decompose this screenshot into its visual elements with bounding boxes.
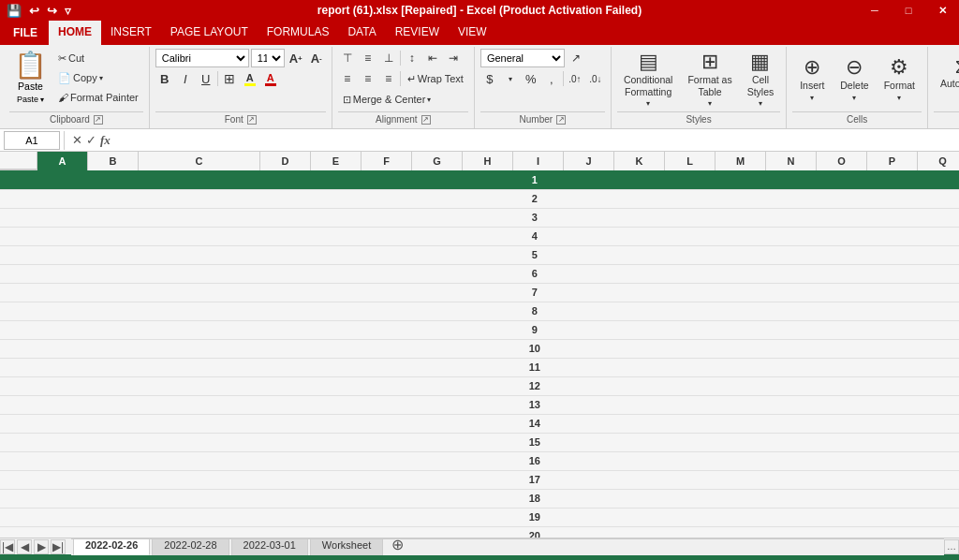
col-header-G[interactable]: G — [412, 152, 463, 170]
formula-input[interactable] — [118, 131, 955, 150]
row-num-15[interactable]: 15 — [0, 433, 959, 451]
sheet-navigation[interactable]: |◀ ◀ ▶ ▶| — [0, 539, 66, 554]
percent-button[interactable]: % — [522, 69, 540, 88]
tab-view[interactable]: VIEW — [449, 21, 496, 45]
col-header-H[interactable]: H — [463, 152, 513, 170]
row-num-20[interactable]: 20 — [0, 526, 959, 538]
sheet-tab-2[interactable]: 2022-02-28 — [152, 538, 229, 555]
format-painter-button[interactable]: 🖌 Format Painter — [53, 88, 143, 107]
underline-button[interactable]: U — [197, 69, 215, 88]
row-num-4[interactable]: 4 — [0, 227, 959, 245]
col-header-Q[interactable]: Q — [918, 152, 959, 170]
paste-button[interactable]: 📋 Paste — [9, 49, 52, 92]
row-num-2[interactable]: 2 — [0, 189, 959, 208]
format-button[interactable]: ⚙ Format ▾ — [878, 49, 922, 111]
cell-styles-button[interactable]: ▦ CellStyles ▾ — [741, 49, 781, 111]
col-header-O[interactable]: O — [817, 152, 867, 170]
file-menu-button[interactable]: FILE — [2, 21, 49, 45]
borders-button[interactable]: ⊞ — [220, 69, 239, 88]
font-family-select[interactable]: Calibri — [155, 49, 249, 67]
number-format-select[interactable]: General Number Currency Date Time Text — [480, 49, 565, 67]
save-icon[interactable]: 💾 — [4, 3, 24, 19]
redo-icon[interactable]: ↪ — [44, 3, 60, 19]
indent-increase-button[interactable]: ⇥ — [444, 49, 463, 67]
wrap-text-button[interactable]: ↵ Wrap Text — [403, 69, 468, 88]
row-num-11[interactable]: 11 — [0, 358, 959, 376]
row-num-16[interactable]: 16 — [0, 451, 959, 470]
align-right-button[interactable]: ≡ — [379, 69, 398, 88]
confirm-formula-button[interactable]: ✓ — [86, 133, 96, 147]
col-header-P[interactable]: P — [867, 152, 918, 170]
tab-home[interactable]: HOME — [49, 21, 101, 45]
autosum-button[interactable]: Σ AutoSum ▾ — [934, 49, 959, 111]
row-num-5[interactable]: 5 — [0, 245, 959, 264]
undo-icon[interactable]: ↩ — [26, 3, 42, 19]
font-expand[interactable]: ↗ — [247, 115, 257, 125]
tab-insert[interactable]: INSERT — [101, 21, 161, 45]
row-num-7[interactable]: 7 — [0, 283, 959, 302]
sheet-last-button[interactable]: ▶| — [51, 539, 66, 554]
maximize-button[interactable]: □ — [892, 0, 925, 21]
increase-decimal-button[interactable]: .0↑ — [566, 69, 584, 88]
row-num-8[interactable]: 8 — [0, 302, 959, 320]
row-num-10[interactable]: 10 — [0, 339, 959, 358]
row-num-1[interactable]: 1 — [0, 170, 959, 189]
function-button[interactable]: fx — [100, 133, 111, 148]
align-bottom-button[interactable]: ⊥ — [379, 49, 398, 67]
tab-page-layout[interactable]: PAGE LAYOUT — [161, 21, 258, 45]
row-num-3[interactable]: 3 — [0, 208, 959, 227]
merge-center-button[interactable]: ⊡ Merge & Center ▾ — [338, 90, 436, 109]
scroll-area[interactable]: A B C D E F G H I J K L M N O P Q — [0, 152, 959, 538]
col-header-C[interactable]: C — [139, 152, 260, 170]
font-size-select[interactable]: 11 — [251, 49, 285, 67]
number-expand[interactable]: ↗ — [556, 115, 566, 125]
increase-font-size-button[interactable]: A+ — [287, 49, 305, 67]
sheet-tab-worksheet[interactable]: Worksheet — [310, 538, 383, 555]
fill-color-button[interactable]: A — [241, 69, 259, 88]
cut-button[interactable]: ✂ Cut — [53, 49, 143, 67]
tab-formulas[interactable]: FORMULAS — [258, 21, 339, 45]
row-num-17[interactable]: 17 — [0, 470, 959, 489]
align-left-button[interactable]: ≡ — [338, 69, 357, 88]
tab-data[interactable]: DATA — [338, 21, 385, 45]
col-header-E[interactable]: E — [311, 152, 361, 170]
align-center-button[interactable]: ≡ — [359, 69, 377, 88]
add-sheet-button[interactable]: ⊕ — [387, 538, 407, 555]
format-as-table-button[interactable]: ⊞ Format asTable ▾ — [681, 49, 738, 111]
tab-review[interactable]: REVIEW — [386, 21, 449, 45]
font-color-button[interactable]: A — [261, 69, 280, 88]
row-num-13[interactable]: 13 — [0, 395, 959, 414]
dropdown-arrow-btn[interactable]: ▾ — [501, 69, 520, 88]
more-sheets-button[interactable]: … — [944, 539, 959, 554]
minimize-button[interactable]: ─ — [858, 0, 892, 21]
decrease-font-size-button[interactable]: A- — [307, 49, 326, 67]
comma-button[interactable]: , — [542, 69, 561, 88]
customize-qat-icon[interactable]: ▿ — [62, 3, 74, 19]
text-direction-button[interactable]: ↕ — [403, 49, 421, 67]
row-num-12[interactable]: 12 — [0, 376, 959, 395]
col-header-I[interactable]: I — [513, 152, 564, 170]
indent-decrease-button[interactable]: ⇤ — [423, 49, 442, 67]
align-middle-button[interactable]: ≡ — [359, 49, 377, 67]
col-header-A[interactable]: A — [37, 152, 88, 170]
row-num-9[interactable]: 9 — [0, 320, 959, 339]
conditional-formatting-button[interactable]: ▤ ConditionalFormatting ▾ — [617, 49, 680, 111]
row-num-19[interactable]: 19 — [0, 508, 959, 526]
col-header-L[interactable]: L — [665, 152, 716, 170]
row-num-18[interactable]: 18 — [0, 489, 959, 508]
delete-button[interactable]: ⊖ Delete ▾ — [834, 49, 875, 111]
col-header-K[interactable]: K — [614, 152, 665, 170]
sheet-first-button[interactable]: |◀ — [0, 539, 15, 554]
clipboard-expand[interactable]: ↗ — [94, 115, 103, 125]
align-top-button[interactable]: ⊤ — [338, 49, 357, 67]
col-header-D[interactable]: D — [260, 152, 311, 170]
col-header-M[interactable]: M — [716, 152, 766, 170]
sheet-tab-1[interactable]: 2022-02-26 — [73, 538, 150, 555]
quick-access-toolbar[interactable]: 💾 ↩ ↪ ▿ — [0, 0, 74, 21]
sheet-prev-button[interactable]: ◀ — [17, 539, 32, 554]
accounting-format-button[interactable]: $ — [480, 69, 499, 88]
sheet-next-button[interactable]: ▶ — [34, 539, 49, 554]
italic-button[interactable]: I — [176, 69, 195, 88]
paste-dropdown[interactable]: Paste ▾ — [12, 92, 49, 107]
copy-button[interactable]: 📄 Copy ▾ — [53, 68, 143, 87]
